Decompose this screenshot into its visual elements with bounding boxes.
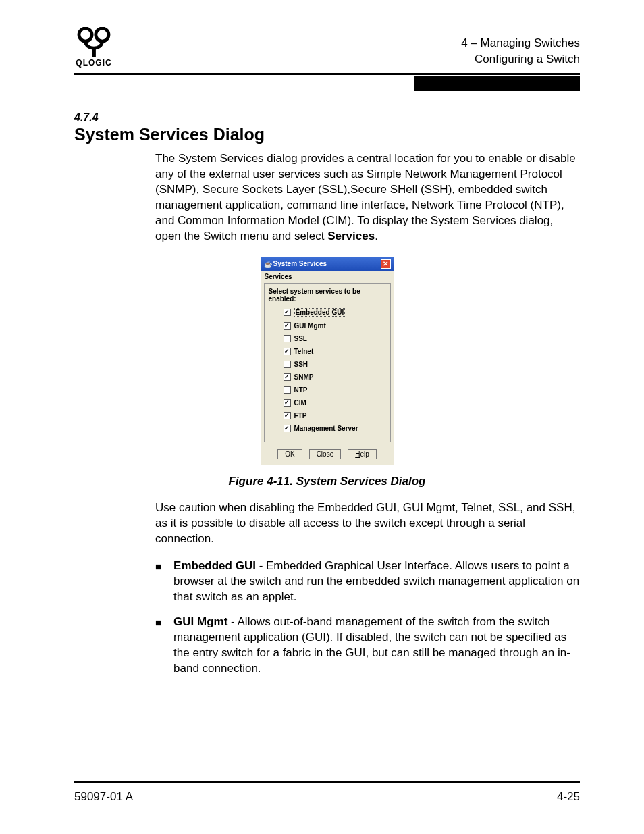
service-checkbox[interactable]	[284, 412, 291, 419]
bullet-term: GUI Mgmt	[173, 615, 227, 628]
service-checkbox[interactable]	[284, 373, 291, 381]
brand-name: QLOGIC	[76, 58, 111, 68]
service-checkbox-label: FTP	[294, 412, 307, 419]
service-checkbox-label: Management Server	[294, 425, 358, 432]
bullet-body: GUI Mgmt - Allows out-of-band management…	[173, 615, 580, 677]
footer-doc-id: 59097-01 A	[74, 790, 133, 804]
dialog-titlebar: ☕ System Services ✕	[261, 257, 394, 271]
service-checkbox-row: Management Server	[284, 425, 386, 432]
footer-rule-thin	[74, 779, 580, 779]
bullet-list: ■Embedded GUI - Embedded Graphical User …	[155, 558, 580, 677]
list-item: ■GUI Mgmt - Allows out-of-band managemen…	[155, 615, 580, 677]
dialog-body: Select system services to be enabled: Em…	[264, 283, 391, 442]
svg-rect-2	[92, 49, 96, 57]
page-footer: 59097-01 A 4-25	[74, 779, 580, 804]
service-checkbox[interactable]	[284, 399, 291, 407]
header-black-bar	[414, 76, 580, 91]
page-header: QLOGIC 4 – Managing Switches Configuring…	[74, 27, 580, 68]
bullet-term: Embedded GUI	[173, 559, 256, 572]
service-checkbox[interactable]	[284, 335, 291, 342]
service-checkbox-row: FTP	[284, 412, 386, 419]
service-checkbox[interactable]	[284, 348, 291, 355]
bullet-marker: ■	[155, 560, 161, 605]
header-rule	[74, 73, 580, 75]
close-button[interactable]: Close	[309, 449, 342, 459]
close-icon[interactable]: ✕	[381, 259, 391, 269]
brand-logo: QLOGIC	[74, 27, 113, 68]
service-checkbox-row: CIM	[284, 399, 386, 407]
system-services-dialog: ☕ System Services ✕ Services Select syst…	[261, 257, 394, 465]
bullet-marker: ■	[155, 616, 161, 677]
section-number: 4.7.4	[74, 111, 580, 124]
service-checkbox-row: SNMP	[284, 373, 386, 381]
footer-page-number: 4-25	[557, 790, 580, 804]
dialog-app-icon: ☕	[264, 261, 271, 267]
intro-bold: Services	[327, 230, 375, 242]
service-checkbox-row: Telnet	[284, 348, 386, 355]
bullet-desc: - Allows out-of-band management of the s…	[173, 615, 570, 675]
service-checkbox[interactable]	[284, 425, 291, 432]
service-checkbox-label: SSH	[294, 361, 308, 368]
header-right: 4 – Managing Switches Configuring a Swit…	[461, 35, 580, 68]
svg-point-0	[79, 28, 92, 41]
intro-paragraph: The System Services dialog provides a ce…	[155, 151, 580, 244]
service-checkbox[interactable]	[284, 386, 291, 394]
section-line: Configuring a Switch	[461, 51, 580, 68]
figure-caption: Figure 4-11. System Services Dialog	[74, 475, 580, 488]
service-checkbox-row: Embedded GUI	[284, 308, 386, 317]
svg-point-1	[96, 28, 109, 41]
dialog-subtitle: Services	[261, 271, 394, 280]
figure-wrap: ☕ System Services ✕ Services Select syst…	[74, 257, 580, 465]
service-checkbox-label: Telnet	[294, 348, 314, 355]
dialog-title-text: System Services	[273, 260, 327, 267]
intro-tail: .	[375, 230, 378, 242]
service-checkbox[interactable]	[284, 309, 291, 316]
service-checkbox-label: NTP	[294, 386, 308, 394]
chapter-line: 4 – Managing Switches	[461, 35, 580, 51]
service-checkbox-row: SSL	[284, 335, 386, 342]
caution-paragraph: Use caution when disabling the Embedded …	[155, 500, 580, 547]
service-checkbox[interactable]	[284, 322, 291, 330]
service-checkbox-row: SSH	[284, 361, 386, 368]
footer-rule-thick	[74, 781, 580, 783]
help-button[interactable]: Help	[348, 449, 377, 459]
service-checkbox-label: SSL	[294, 335, 307, 342]
service-checkbox-list: Embedded GUIGUI MgmtSSLTelnetSSHSNMPNTPC…	[269, 308, 386, 432]
service-checkbox[interactable]	[284, 361, 291, 368]
dialog-button-row: OK Close Help	[261, 445, 394, 465]
ok-button[interactable]: OK	[277, 449, 302, 459]
intro-text: The System Services dialog provides a ce…	[155, 152, 576, 242]
dialog-prompt: Select system services to be enabled:	[269, 288, 386, 303]
section-title: System Services Dialog	[74, 125, 580, 145]
service-checkbox-label: Embedded GUI	[294, 308, 346, 317]
service-checkbox-label: SNMP	[294, 373, 314, 381]
service-checkbox-row: GUI Mgmt	[284, 322, 386, 330]
qlogic-logo-icon	[74, 27, 113, 57]
list-item: ■Embedded GUI - Embedded Graphical User …	[155, 558, 580, 605]
service-checkbox-label: CIM	[294, 399, 306, 407]
bullet-body: Embedded GUI - Embedded Graphical User I…	[173, 558, 580, 605]
service-checkbox-row: NTP	[284, 386, 386, 394]
service-checkbox-label: GUI Mgmt	[294, 322, 326, 330]
